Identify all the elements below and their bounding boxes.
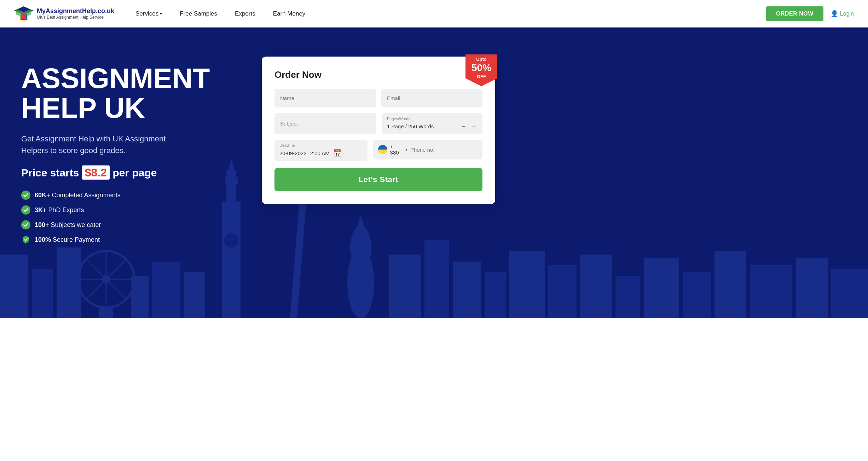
pages-words-label: Pages/Words	[387, 117, 478, 121]
svg-rect-37	[683, 272, 711, 318]
svg-rect-32	[509, 251, 545, 318]
deadline-time: 2:00 AM	[310, 150, 330, 156]
chevron-down-icon: ▾	[160, 11, 162, 16]
phone-input[interactable]	[410, 147, 478, 153]
pages-words-value: 1 Page / 250 Words	[387, 123, 434, 129]
svg-rect-39	[750, 265, 792, 318]
check-icon-1	[21, 191, 30, 200]
navbar: MyAssignmentHelp.co.uk UK's Best Assignm…	[0, 0, 868, 28]
order-now-button[interactable]: ORDER NOW	[766, 6, 823, 21]
stats-list: 60K+ Completed Assignments 3K+ PhD Exper…	[21, 191, 241, 244]
svg-rect-21	[99, 307, 113, 318]
check-icon-3	[21, 220, 30, 229]
login-button[interactable]: 👤 Login	[831, 10, 854, 18]
svg-rect-24	[57, 247, 81, 318]
svg-rect-40	[796, 258, 828, 318]
nav-free-samples[interactable]: Free Samples	[180, 10, 217, 17]
name-input[interactable]	[274, 89, 376, 107]
phone-dropdown-icon[interactable]: ▾	[405, 147, 407, 152]
price-line: Price starts $8.2 per page	[21, 166, 241, 179]
calendar-icon[interactable]: 📅	[333, 149, 342, 157]
list-item: 3K+ PhD Experts	[21, 205, 241, 215]
order-form-title: Order Now	[274, 69, 482, 80]
svg-point-42	[21, 191, 30, 200]
svg-rect-28	[389, 255, 421, 318]
hero-heading: ASSIGNMENT HELP UK	[21, 64, 241, 123]
price-highlight: $8.2	[82, 165, 110, 180]
list-item: 100+ Subjects we cater	[21, 220, 241, 229]
svg-rect-4	[21, 13, 26, 19]
svg-rect-30	[453, 262, 481, 318]
form-row-2: Pages/Words 1 Page / 250 Words − +	[274, 113, 482, 134]
phone-code: + 380	[390, 144, 403, 156]
svg-rect-34	[580, 255, 612, 318]
svg-rect-33	[548, 265, 577, 318]
nav-experts[interactable]: Experts	[235, 10, 255, 17]
deadline-row: Deadline 20-09-2022 2:00 AM 📅 + 380 ▾	[274, 140, 482, 161]
logo-subtitle: UK's Best Assignment Help Service	[37, 15, 114, 20]
hero-right: Upto 50% OFF Order Now Pages/Words 1 Pag…	[262, 49, 495, 204]
subject-input[interactable]	[274, 113, 376, 134]
stepper-buttons: − +	[460, 122, 478, 130]
svg-rect-27	[184, 272, 205, 318]
deadline-control: Deadline 20-09-2022 2:00 AM 📅	[274, 140, 368, 161]
svg-rect-38	[714, 251, 746, 318]
svg-point-20	[102, 275, 110, 284]
svg-point-43	[21, 205, 30, 215]
form-row-1	[274, 89, 482, 107]
logo-icon	[14, 4, 33, 23]
hero-subtext: Get Assignment Help with UK Assignment H…	[21, 133, 184, 156]
logo-link[interactable]: MyAssignmentHelp.co.uk UK's Best Assignm…	[14, 4, 114, 23]
check-icon-2	[21, 205, 30, 215]
increase-pages-button[interactable]: +	[470, 122, 478, 130]
pages-words-control: Pages/Words 1 Page / 250 Words − +	[382, 113, 482, 134]
svg-marker-10	[290, 184, 308, 318]
hero-left: ASSIGNMENT HELP UK Get Assignment Help w…	[21, 49, 241, 244]
discount-badge: Upto 50% OFF	[465, 54, 497, 86]
nav-services[interactable]: Services ▾	[135, 10, 162, 17]
decrease-pages-button[interactable]: −	[460, 122, 467, 130]
shield-check-icon	[21, 235, 30, 244]
list-item: 60K+ Completed Assignments	[21, 191, 241, 200]
ukraine-flag-icon	[378, 145, 387, 154]
nav-actions: ORDER NOW 👤 Login	[766, 6, 854, 21]
phone-control: + 380 ▾	[373, 140, 482, 159]
deadline-label: Deadline	[279, 143, 363, 147]
lets-start-button[interactable]: Let's Start	[274, 168, 482, 191]
svg-marker-14	[350, 216, 371, 247]
email-input[interactable]	[381, 89, 482, 107]
svg-rect-31	[485, 272, 506, 318]
svg-point-44	[21, 220, 30, 229]
svg-rect-35	[615, 276, 640, 318]
svg-rect-23	[32, 269, 53, 318]
logo-title: MyAssignmentHelp.co.uk	[37, 7, 114, 15]
deadline-date: 20-09-2022	[279, 150, 307, 156]
svg-rect-25	[131, 276, 149, 318]
nav-earn-money[interactable]: Earn Money	[273, 10, 306, 17]
list-item: 100% Secure Payment	[21, 235, 241, 244]
svg-rect-22	[0, 255, 28, 318]
user-icon: 👤	[831, 10, 838, 18]
svg-rect-41	[831, 269, 868, 318]
svg-rect-36	[644, 258, 679, 318]
order-card: Upto 50% OFF Order Now Pages/Words 1 Pag…	[262, 57, 495, 204]
hero-section: ASSIGNMENT HELP UK Get Assignment Help w…	[0, 28, 868, 318]
nav-links: Services ▾ Free Samples Experts Earn Mon…	[135, 10, 766, 17]
svg-rect-29	[424, 240, 449, 318]
svg-rect-26	[152, 262, 180, 318]
